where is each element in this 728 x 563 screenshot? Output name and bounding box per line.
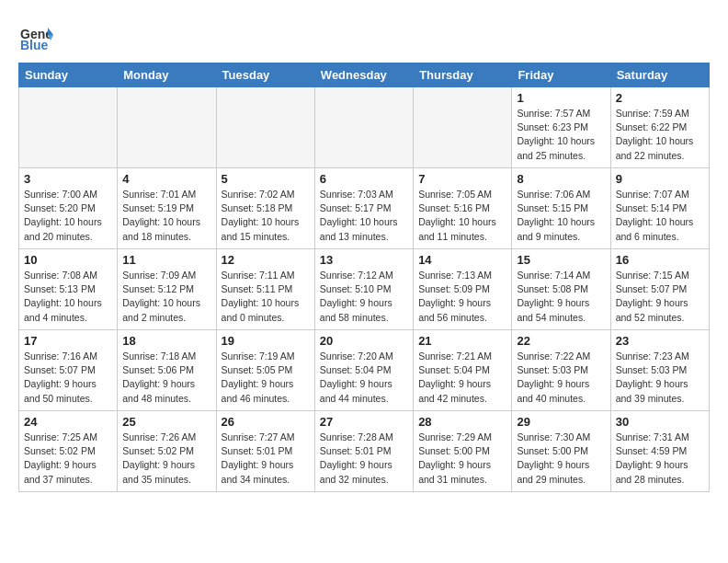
calendar-cell: 20Sunrise: 7:20 AMSunset: 5:04 PMDayligh… <box>314 330 413 411</box>
calendar-cell: 18Sunrise: 7:18 AMSunset: 5:06 PMDayligh… <box>118 330 216 411</box>
header: General Blue <box>18 15 710 53</box>
calendar-cell: 23Sunrise: 7:23 AMSunset: 5:03 PMDayligh… <box>610 330 709 411</box>
day-info: Sunrise: 7:11 AMSunset: 5:11 PMDaylight:… <box>222 269 310 325</box>
day-info: Sunrise: 7:02 AMSunset: 5:18 PMDaylight:… <box>222 188 310 244</box>
day-number: 23 <box>616 334 704 348</box>
day-info: Sunrise: 7:26 AMSunset: 5:02 PMDaylight:… <box>122 431 210 487</box>
day-number: 12 <box>222 253 310 267</box>
day-info: Sunrise: 7:05 AMSunset: 5:16 PMDaylight:… <box>418 188 506 244</box>
day-number: 29 <box>517 415 605 429</box>
day-number: 6 <box>320 172 408 186</box>
day-info: Sunrise: 7:57 AMSunset: 6:23 PMDaylight:… <box>517 107 605 163</box>
day-info: Sunrise: 7:03 AMSunset: 5:17 PMDaylight:… <box>320 188 408 244</box>
day-number: 25 <box>122 415 210 429</box>
calendar-week-2: 3Sunrise: 7:00 AMSunset: 5:20 PMDaylight… <box>19 168 710 249</box>
calendar-cell: 16Sunrise: 7:15 AMSunset: 5:07 PMDayligh… <box>610 249 709 330</box>
day-info: Sunrise: 7:01 AMSunset: 5:19 PMDaylight:… <box>122 188 210 244</box>
calendar-cell: 15Sunrise: 7:14 AMSunset: 5:08 PMDayligh… <box>512 249 610 330</box>
day-number: 13 <box>320 253 408 267</box>
day-info: Sunrise: 7:25 AMSunset: 5:02 PMDaylight:… <box>24 431 112 487</box>
day-info: Sunrise: 7:06 AMSunset: 5:15 PMDaylight:… <box>517 188 605 244</box>
calendar-cell: 14Sunrise: 7:13 AMSunset: 5:09 PMDayligh… <box>414 249 512 330</box>
day-number: 9 <box>616 172 704 186</box>
day-info: Sunrise: 7:09 AMSunset: 5:12 PMDaylight:… <box>122 269 210 325</box>
calendar-cell: 25Sunrise: 7:26 AMSunset: 5:02 PMDayligh… <box>118 411 216 492</box>
day-number: 20 <box>320 334 408 348</box>
day-number: 22 <box>517 334 605 348</box>
day-number: 1 <box>517 91 605 105</box>
day-number: 2 <box>616 91 704 105</box>
logo-icon: General Blue <box>18 18 53 53</box>
calendar-cell: 1Sunrise: 7:57 AMSunset: 6:23 PMDaylight… <box>512 87 610 168</box>
day-info: Sunrise: 7:18 AMSunset: 5:06 PMDaylight:… <box>122 350 210 406</box>
day-info: Sunrise: 7:22 AMSunset: 5:03 PMDaylight:… <box>517 350 605 406</box>
calendar-cell: 9Sunrise: 7:07 AMSunset: 5:14 PMDaylight… <box>610 168 709 249</box>
day-number: 26 <box>222 415 310 429</box>
day-number: 14 <box>418 253 506 267</box>
calendar-cell: 3Sunrise: 7:00 AMSunset: 5:20 PMDaylight… <box>19 168 118 249</box>
day-info: Sunrise: 7:14 AMSunset: 5:08 PMDaylight:… <box>517 269 605 325</box>
day-number: 30 <box>616 415 704 429</box>
logo: General Blue <box>18 18 59 53</box>
day-number: 19 <box>222 334 310 348</box>
day-info: Sunrise: 7:29 AMSunset: 5:00 PMDaylight:… <box>418 431 506 487</box>
day-info: Sunrise: 7:23 AMSunset: 5:03 PMDaylight:… <box>616 350 704 406</box>
day-info: Sunrise: 7:12 AMSunset: 5:10 PMDaylight:… <box>320 269 408 325</box>
day-info: Sunrise: 7:16 AMSunset: 5:07 PMDaylight:… <box>24 350 112 406</box>
day-number: 28 <box>418 415 506 429</box>
weekday-header-friday: Friday <box>512 63 610 87</box>
day-info: Sunrise: 7:07 AMSunset: 5:14 PMDaylight:… <box>616 188 704 244</box>
calendar-cell <box>414 87 512 168</box>
calendar-cell: 30Sunrise: 7:31 AMSunset: 4:59 PMDayligh… <box>610 411 709 492</box>
day-info: Sunrise: 7:19 AMSunset: 5:05 PMDaylight:… <box>222 350 310 406</box>
day-number: 4 <box>122 172 210 186</box>
page: General Blue SundayMondayTuesdayWednesda… <box>0 0 728 507</box>
weekday-header-tuesday: Tuesday <box>216 63 314 87</box>
day-info: Sunrise: 7:31 AMSunset: 4:59 PMDaylight:… <box>616 431 704 487</box>
calendar-week-3: 10Sunrise: 7:08 AMSunset: 5:13 PMDayligh… <box>19 249 710 330</box>
calendar-cell: 28Sunrise: 7:29 AMSunset: 5:00 PMDayligh… <box>414 411 512 492</box>
calendar-week-5: 24Sunrise: 7:25 AMSunset: 5:02 PMDayligh… <box>19 411 710 492</box>
day-info: Sunrise: 7:30 AMSunset: 5:00 PMDaylight:… <box>517 431 605 487</box>
calendar-cell: 12Sunrise: 7:11 AMSunset: 5:11 PMDayligh… <box>216 249 314 330</box>
calendar-cell <box>314 87 413 168</box>
day-info: Sunrise: 7:13 AMSunset: 5:09 PMDaylight:… <box>418 269 506 325</box>
calendar-cell <box>118 87 216 168</box>
day-number: 15 <box>517 253 605 267</box>
calendar-cell: 21Sunrise: 7:21 AMSunset: 5:04 PMDayligh… <box>414 330 512 411</box>
calendar-cell: 29Sunrise: 7:30 AMSunset: 5:00 PMDayligh… <box>512 411 610 492</box>
day-info: Sunrise: 7:20 AMSunset: 5:04 PMDaylight:… <box>320 350 408 406</box>
calendar-table: SundayMondayTuesdayWednesdayThursdayFrid… <box>18 63 710 492</box>
calendar-cell <box>216 87 314 168</box>
calendar-cell: 26Sunrise: 7:27 AMSunset: 5:01 PMDayligh… <box>216 411 314 492</box>
calendar-cell: 2Sunrise: 7:59 AMSunset: 6:22 PMDaylight… <box>610 87 709 168</box>
calendar-cell: 24Sunrise: 7:25 AMSunset: 5:02 PMDayligh… <box>19 411 118 492</box>
weekday-header-thursday: Thursday <box>414 63 512 87</box>
weekday-header-monday: Monday <box>118 63 216 87</box>
calendar-cell: 5Sunrise: 7:02 AMSunset: 5:18 PMDaylight… <box>216 168 314 249</box>
day-number: 17 <box>24 334 112 348</box>
calendar-week-4: 17Sunrise: 7:16 AMSunset: 5:07 PMDayligh… <box>19 330 710 411</box>
calendar-cell: 11Sunrise: 7:09 AMSunset: 5:12 PMDayligh… <box>118 249 216 330</box>
day-info: Sunrise: 7:21 AMSunset: 5:04 PMDaylight:… <box>418 350 506 406</box>
svg-text:Blue: Blue <box>20 38 49 52</box>
calendar-cell: 10Sunrise: 7:08 AMSunset: 5:13 PMDayligh… <box>19 249 118 330</box>
calendar-week-1: 1Sunrise: 7:57 AMSunset: 6:23 PMDaylight… <box>19 87 710 168</box>
calendar-cell: 7Sunrise: 7:05 AMSunset: 5:16 PMDaylight… <box>414 168 512 249</box>
weekday-header-sunday: Sunday <box>19 63 118 87</box>
day-number: 27 <box>320 415 408 429</box>
calendar-cell: 13Sunrise: 7:12 AMSunset: 5:10 PMDayligh… <box>314 249 413 330</box>
day-number: 10 <box>24 253 112 267</box>
weekday-header-wednesday: Wednesday <box>314 63 413 87</box>
day-info: Sunrise: 7:59 AMSunset: 6:22 PMDaylight:… <box>616 107 704 163</box>
weekday-header-saturday: Saturday <box>610 63 709 87</box>
calendar-cell: 8Sunrise: 7:06 AMSunset: 5:15 PMDaylight… <box>512 168 610 249</box>
calendar-header-row: SundayMondayTuesdayWednesdayThursdayFrid… <box>19 63 710 87</box>
day-number: 7 <box>418 172 506 186</box>
day-number: 16 <box>616 253 704 267</box>
calendar-cell: 22Sunrise: 7:22 AMSunset: 5:03 PMDayligh… <box>512 330 610 411</box>
day-number: 5 <box>222 172 310 186</box>
day-number: 24 <box>24 415 112 429</box>
day-number: 3 <box>24 172 112 186</box>
day-info: Sunrise: 7:28 AMSunset: 5:01 PMDaylight:… <box>320 431 408 487</box>
